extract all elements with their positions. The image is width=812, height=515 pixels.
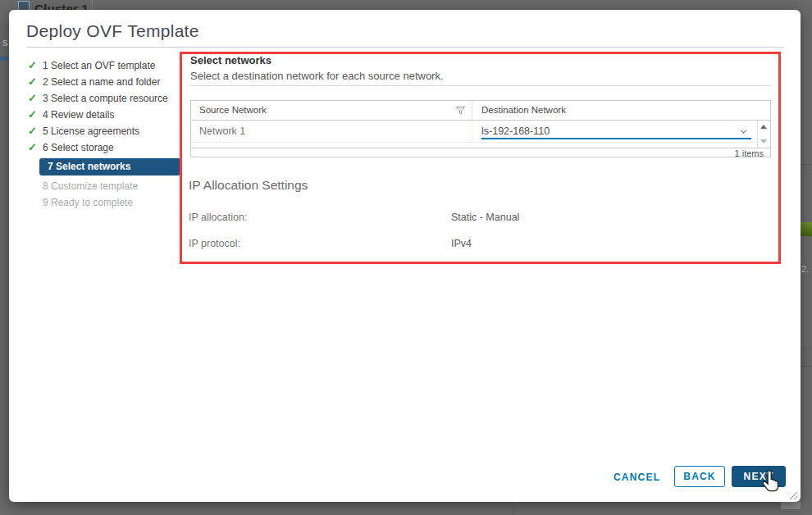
source-network-cell: Network 1	[191, 121, 472, 142]
filter-icon[interactable]	[456, 107, 465, 115]
items-count: 1 items	[735, 148, 764, 158]
background-page-bottom	[0, 502, 812, 515]
chevron-down-icon[interactable]	[740, 128, 747, 135]
background-column-line	[513, 502, 513, 515]
destination-network-cell: ls-192-168-110	[472, 121, 770, 142]
step-review-details[interactable]: 4 Review details	[28, 107, 180, 123]
background-panel-fragment	[781, 502, 801, 509]
background-page-left: s	[0, 0, 9, 515]
background-entity-name: Cluster 1	[34, 0, 89, 10]
table-footer: 1 items	[191, 148, 770, 158]
content-divider	[190, 85, 771, 86]
page-title: Select networks	[190, 54, 271, 66]
step-label: 5 License agreements	[43, 125, 139, 137]
step-select-storage[interactable]: 6 Select storage	[28, 139, 180, 156]
check-icon	[28, 90, 39, 107]
step-label: 4 Review details	[43, 109, 114, 121]
deploy-ovf-template-dialog: Deploy OVF Template 1 Select an OVF temp…	[9, 10, 801, 502]
step-label: 9 Ready to complete	[43, 197, 133, 208]
ip-protocol-label: IP protocol:	[189, 238, 240, 249]
background-separator	[92, 0, 93, 10]
step-customize-template: 8 Customize template	[28, 178, 180, 194]
step-label: 6 Select storage	[43, 142, 114, 153]
background-tab-fragment: s	[2, 36, 8, 48]
check-icon	[28, 57, 39, 74]
background-row-line	[801, 366, 812, 367]
screen: Cluster 1 s 2. Deploy OVF Template 1 Sel…	[0, 0, 812, 515]
ip-protocol-value: IPv4	[451, 238, 472, 249]
check-icon	[28, 123, 39, 139]
resize-handle-icon[interactable]	[787, 490, 798, 500]
step-label: 2 Select a name and folder	[43, 76, 160, 88]
background-page-right: 2.	[801, 0, 812, 515]
cluster-icon	[18, 1, 30, 10]
ip-allocation-settings-heading: IP Allocation Settings	[189, 178, 308, 193]
cancel-button[interactable]: CANCEL	[609, 466, 659, 487]
scroll-down-icon[interactable]	[760, 139, 767, 144]
step-select-name-folder[interactable]: 2 Select a name and folder	[28, 74, 180, 90]
step-label: 8 Customize template	[43, 180, 138, 192]
background-row-fragment: 2.	[801, 264, 809, 274]
table-empty-strip	[191, 143, 770, 148]
step-select-ovf-template[interactable]: 1 Select an OVF template	[28, 57, 180, 74]
background-row-line	[801, 348, 812, 349]
table-row[interactable]: Network 1 ls-192-168-110	[191, 121, 770, 143]
background-row-line	[801, 164, 812, 165]
select-focus-underline	[481, 138, 751, 139]
step-label: 3 Select a compute resource	[43, 93, 168, 104]
title-divider	[26, 47, 784, 48]
step-ready-to-complete: 9 Ready to complete	[28, 194, 180, 211]
step-license-agreements[interactable]: 5 License agreements	[28, 123, 180, 139]
back-button[interactable]: BACK	[674, 466, 725, 487]
table-header-row: Source Network Destination Network	[191, 101, 770, 121]
network-mapping-table: Source Network Destination Network Netwo…	[190, 100, 771, 157]
destination-network-header: Destination Network	[472, 101, 770, 120]
dialog-title: Deploy OVF Template	[26, 21, 199, 41]
page-subtitle: Select a destination network for each so…	[190, 70, 444, 82]
step-label: 1 Select an OVF template	[43, 60, 155, 71]
scroll-up-icon[interactable]	[760, 125, 767, 129]
table-scrollbar[interactable]	[757, 121, 770, 148]
destination-network-select[interactable]: ls-192-168-110	[481, 125, 550, 137]
ip-allocation-label: IP allocation:	[189, 212, 247, 223]
column-label: Source Network	[199, 105, 267, 115]
source-network-header: Source Network	[191, 101, 472, 120]
cursor-hand-icon	[760, 470, 782, 496]
background-page-top: Cluster 1	[0, 0, 812, 10]
ip-allocation-value: Static - Manual	[451, 212, 519, 223]
check-icon	[28, 74, 39, 90]
step-select-networks-active[interactable]: 7 Select networks	[39, 158, 180, 175]
check-icon	[28, 107, 39, 123]
check-icon	[28, 139, 39, 156]
column-label: Destination Network	[481, 105, 566, 115]
step-select-compute-resource[interactable]: 3 Select a compute resource	[28, 90, 180, 107]
background-green-bar	[801, 222, 812, 236]
step-label: 7 Select networks	[48, 161, 130, 172]
background-active-tab-bar	[0, 57, 8, 61]
wizard-steps: 1 Select an OVF template 2 Select a name…	[28, 57, 180, 211]
